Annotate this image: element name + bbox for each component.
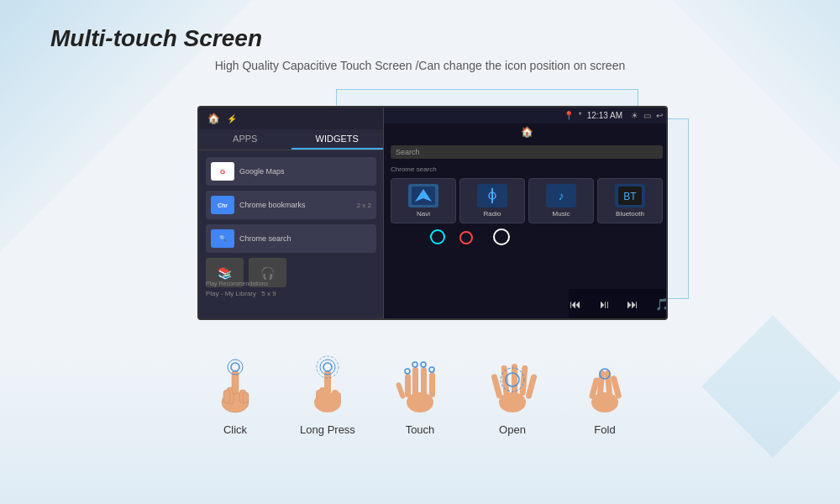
svg-rect-13 bbox=[243, 392, 249, 403]
left-panel: 🏠 ⚡ APPS WIDGETS G Google Maps Chr Chrom… bbox=[199, 108, 384, 318]
left-panel-tabs: APPS WIDGETS bbox=[199, 129, 383, 150]
app-navi[interactable]: Navi bbox=[391, 178, 456, 223]
svg-rect-21 bbox=[335, 392, 341, 403]
tab-widgets[interactable]: WIDGETS bbox=[291, 129, 384, 150]
radio-icon bbox=[477, 184, 507, 207]
play-pause-btn[interactable]: ⏯ bbox=[598, 297, 610, 311]
long-press-label: Long Press bbox=[300, 423, 355, 436]
gesture-long-press: Long Press bbox=[298, 349, 357, 436]
svg-rect-28 bbox=[412, 367, 418, 397]
page-subtitle: High Quality Capacitive Touch Screen /Ca… bbox=[50, 59, 790, 72]
app-name: Chrome bookmarks bbox=[239, 201, 306, 209]
app-bluetooth[interactable]: BT Bluetooth bbox=[597, 178, 663, 223]
gesture-open: Open bbox=[483, 349, 542, 436]
tab-apps[interactable]: APPS bbox=[199, 129, 291, 150]
bluetooth-label: Bluetooth bbox=[601, 210, 659, 218]
svg-point-15 bbox=[231, 363, 239, 371]
gesture-fold: Fold bbox=[575, 349, 634, 436]
google-maps-icon: G bbox=[211, 162, 234, 181]
app-radio[interactable]: Radio bbox=[459, 178, 525, 223]
navi-label: Navi bbox=[395, 210, 452, 218]
svg-rect-29 bbox=[421, 367, 427, 397]
svg-rect-11 bbox=[223, 390, 230, 403]
open-gesture-icon bbox=[483, 349, 542, 417]
navi-icon bbox=[408, 184, 438, 207]
back-icon: ↩ bbox=[656, 111, 663, 120]
list-item: 🔍 Chrome search bbox=[206, 224, 376, 253]
chrome-icon: Chr bbox=[211, 196, 234, 214]
svg-point-34 bbox=[421, 362, 426, 367]
media-bar: ⏮ ⏯ ⏭ 🎵 bbox=[569, 289, 668, 318]
svg-text:BT: BT bbox=[623, 191, 637, 202]
right-header: 📍 * 12:13 AM ☀ ▭ ↩ bbox=[384, 108, 668, 123]
list-item: G Google Maps bbox=[206, 157, 376, 186]
svg-point-35 bbox=[429, 367, 434, 372]
svg-point-23 bbox=[323, 363, 332, 371]
circle-cyan bbox=[430, 229, 445, 244]
skip-back-btn[interactable]: ⏮ bbox=[570, 297, 581, 311]
list-item: Chr Chrome bookmarks 2 x 2 bbox=[206, 191, 376, 219]
app-size: 2 x 2 bbox=[357, 202, 371, 209]
app-name: Google Maps bbox=[239, 167, 285, 176]
svg-point-33 bbox=[412, 362, 417, 367]
radio-label: Radio bbox=[464, 210, 521, 218]
music-label: Music bbox=[533, 210, 590, 218]
svg-rect-27 bbox=[405, 374, 411, 397]
search-icon: 🔍 bbox=[211, 229, 234, 248]
battery-icon: ▭ bbox=[643, 111, 651, 120]
bluetooth-icon: * bbox=[579, 111, 582, 120]
app-name: Chrome search bbox=[239, 234, 291, 243]
skip-forward-btn[interactable]: ⏭ bbox=[627, 297, 638, 311]
click-label: Click bbox=[223, 423, 247, 436]
touch-label: Touch bbox=[406, 423, 435, 436]
right-panel: 📍 * 12:13 AM ☀ ▭ ↩ 🏠 Search Chrome searc… bbox=[384, 108, 668, 318]
brightness-icon: ☀ bbox=[631, 111, 638, 120]
svg-rect-31 bbox=[395, 382, 405, 400]
svg-rect-19 bbox=[316, 390, 323, 403]
music-icon: ♪ bbox=[546, 184, 576, 207]
fold-gesture-icon bbox=[575, 349, 634, 417]
circle-white bbox=[493, 228, 510, 245]
svg-rect-30 bbox=[429, 372, 435, 397]
fold-label: Fold bbox=[594, 423, 615, 436]
svg-text:♪: ♪ bbox=[559, 189, 564, 202]
svg-rect-41 bbox=[525, 374, 538, 400]
usb-icon: ⚡ bbox=[227, 114, 237, 123]
app-grid: Navi Radio bbox=[384, 175, 668, 227]
circle-red bbox=[459, 231, 473, 244]
left-panel-header: 🏠 ⚡ bbox=[199, 108, 383, 129]
long-press-gesture-icon bbox=[298, 349, 357, 417]
clock-display: 12:13 AM bbox=[587, 111, 622, 120]
android-screen: 🏠 ⚡ APPS WIDGETS G Google Maps Chr Chrom… bbox=[197, 106, 668, 320]
app-music[interactable]: ♪ Music bbox=[528, 178, 594, 223]
touch-gesture-icon bbox=[391, 349, 449, 417]
gestures-section: Click bbox=[50, 349, 790, 436]
gesture-touch: Touch bbox=[391, 349, 449, 436]
search-placeholder: Search bbox=[396, 148, 420, 156]
svg-point-32 bbox=[405, 369, 410, 374]
click-gesture-icon bbox=[206, 349, 265, 417]
gesture-click: Click bbox=[206, 349, 265, 436]
play-label: Play - My Library 5 x 9 bbox=[206, 290, 376, 297]
circle-indicators bbox=[384, 227, 668, 250]
page-title: Multi-touch Screen bbox=[50, 25, 790, 52]
play-rec-label: Play Recommendations bbox=[206, 281, 268, 286]
home-center-icon: 🏠 bbox=[384, 123, 668, 140]
open-label: Open bbox=[499, 423, 526, 436]
music-note-btn[interactable]: 🎵 bbox=[655, 297, 669, 311]
gps-icon: 📍 bbox=[564, 111, 574, 120]
bluetooth-app-icon: BT bbox=[615, 184, 645, 207]
screen-mockup-area: 🏠 ⚡ APPS WIDGETS G Google Maps Chr Chrom… bbox=[50, 89, 790, 333]
home-icon: 🏠 bbox=[207, 113, 220, 124]
search-bar[interactable]: Search bbox=[391, 145, 663, 159]
chrome-search-label: Chrome search bbox=[384, 164, 668, 175]
